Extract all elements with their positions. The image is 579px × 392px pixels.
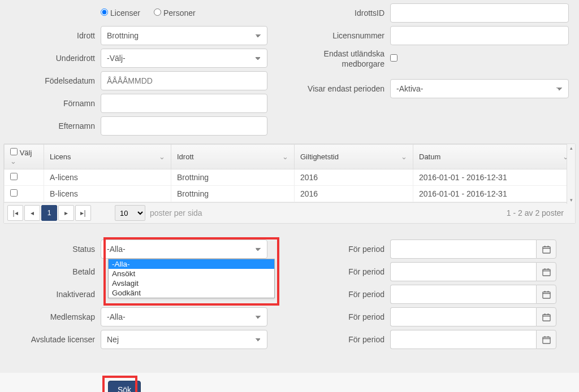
pager-info: 1 - 2 av 2 poster bbox=[507, 208, 572, 217]
svg-rect-12 bbox=[542, 314, 550, 320]
page-size-select[interactable]: 10 bbox=[115, 205, 145, 221]
underidrott-label: Underidrott bbox=[0, 54, 101, 63]
fornamn-input[interactable] bbox=[101, 94, 267, 113]
vertical-scrollbar[interactable]: ▴▾ bbox=[567, 144, 575, 204]
record-type-radio-group: Licenser Personer bbox=[101, 3, 206, 23]
visar-perioden-label: Visar endast perioden bbox=[300, 84, 390, 93]
radio-licenser[interactable]: Licenser bbox=[101, 8, 140, 18]
status-option-avslagit[interactable]: Avslagit bbox=[109, 278, 274, 288]
cell-datum: 2016-01-01 - 2016-12-31 bbox=[413, 169, 575, 186]
medlemskap-select[interactable]: -Alla- bbox=[101, 307, 267, 326]
chevron-down-icon[interactable]: ⌄ bbox=[401, 153, 407, 161]
pager-first-button[interactable]: |◂ bbox=[7, 205, 23, 221]
chevron-down-icon[interactable]: ⌄ bbox=[159, 153, 165, 161]
medlemskap-label: Medlemskap bbox=[0, 312, 101, 321]
for-period-label-5: För period bbox=[300, 335, 390, 344]
search-button[interactable]: Sök bbox=[108, 381, 141, 392]
for-period-label-2: För period bbox=[300, 267, 390, 276]
svg-rect-4 bbox=[542, 269, 550, 275]
pager-next-button[interactable]: ▸ bbox=[58, 205, 74, 221]
for-period-input-1[interactable] bbox=[390, 239, 536, 259]
for-period-label-3: För period bbox=[300, 290, 390, 299]
visar-perioden-select[interactable]: -Aktiva- bbox=[390, 79, 569, 98]
efternamn-input[interactable] bbox=[101, 116, 267, 136]
calendar-icon[interactable] bbox=[536, 285, 556, 304]
status-select[interactable]: -Alla- bbox=[101, 239, 267, 259]
select-all-checkbox[interactable] bbox=[10, 148, 18, 155]
licensnummer-label: Licensnummer bbox=[300, 31, 390, 40]
cell-datum: 2016-01-01 - 2016-12-31 bbox=[413, 186, 575, 202]
cell-licens: B-licens bbox=[44, 186, 171, 202]
row-checkbox[interactable] bbox=[10, 189, 18, 197]
svg-rect-0 bbox=[542, 246, 550, 252]
col-valj: Välj bbox=[20, 149, 32, 157]
betald-label: Betald bbox=[0, 267, 101, 276]
status-label: Status bbox=[0, 245, 101, 254]
cell-idrott: Brottning bbox=[171, 186, 295, 202]
avslutade-label: Avslutade licenser bbox=[0, 335, 101, 344]
pager-last-button[interactable]: ▸| bbox=[75, 205, 91, 221]
endast-utlandska-label: Endast utländska medborgare bbox=[300, 49, 390, 69]
chevron-down-icon[interactable]: ⌄ bbox=[10, 157, 16, 165]
idrott-select[interactable]: Brottning bbox=[101, 26, 267, 45]
for-period-input-5[interactable] bbox=[390, 330, 536, 349]
endast-utlandska-checkbox[interactable] bbox=[390, 54, 397, 62]
svg-rect-16 bbox=[542, 337, 550, 343]
calendar-icon[interactable] bbox=[536, 330, 556, 349]
results-table: Välj ⌄ Licens⌄ Idrott⌄ Giltighetstid⌄ Da… bbox=[3, 143, 576, 224]
radio-personer-label: Personer bbox=[163, 8, 196, 18]
avslutade-select[interactable]: Nej bbox=[101, 330, 267, 349]
calendar-icon[interactable] bbox=[536, 239, 556, 259]
idrottsid-label: IdrottsID bbox=[300, 8, 390, 18]
fodelsedatum-label: Födelsedatum bbox=[0, 76, 101, 85]
calendar-icon[interactable] bbox=[536, 262, 556, 281]
for-period-input-2[interactable] bbox=[390, 262, 536, 281]
inaktiverad-label: Inaktiverad bbox=[0, 290, 101, 299]
table-row: A-licens Brottning 2016 2016-01-01 - 201… bbox=[5, 169, 575, 186]
cell-giltighet: 2016 bbox=[295, 186, 413, 202]
pager-page-1[interactable]: 1 bbox=[41, 205, 57, 221]
status-option-godkant[interactable]: Godkänt bbox=[109, 288, 274, 298]
status-option-ansokt[interactable]: Ansökt bbox=[109, 269, 274, 278]
col-giltighetstid[interactable]: Giltighetstid bbox=[300, 153, 339, 161]
cell-idrott: Brottning bbox=[171, 169, 295, 186]
col-licens[interactable]: Licens bbox=[50, 153, 71, 161]
col-idrott[interactable]: Idrott bbox=[177, 153, 194, 161]
calendar-icon[interactable] bbox=[536, 307, 556, 326]
svg-rect-8 bbox=[542, 291, 550, 298]
status-dropdown-popup[interactable]: -Alla- Ansökt Avslagit Godkänt bbox=[108, 259, 275, 298]
chevron-down-icon[interactable]: ⌄ bbox=[282, 153, 288, 161]
underidrott-select[interactable]: -Välj- bbox=[101, 49, 267, 68]
cell-giltighet: 2016 bbox=[295, 169, 413, 186]
fodelsedatum-input[interactable] bbox=[101, 71, 267, 90]
poster-per-sida-label: poster per sida bbox=[150, 208, 202, 217]
for-period-label-1: För period bbox=[300, 245, 390, 254]
efternamn-label: Efternamn bbox=[0, 121, 101, 130]
radio-licenser-label: Licenser bbox=[110, 8, 140, 18]
idrottsid-input[interactable] bbox=[390, 3, 569, 23]
row-checkbox[interactable] bbox=[10, 173, 18, 180]
cell-licens: A-licens bbox=[44, 169, 171, 186]
radio-personer[interactable]: Personer bbox=[154, 8, 196, 18]
fornamn-label: Förnamn bbox=[0, 99, 101, 108]
idrott-label: Idrott bbox=[0, 31, 101, 40]
for-period-input-3[interactable] bbox=[390, 285, 536, 304]
table-row: B-licens Brottning 2016 2016-01-01 - 201… bbox=[5, 186, 575, 202]
pager-prev-button[interactable]: ◂ bbox=[24, 205, 40, 221]
status-option-alla[interactable]: -Alla- bbox=[109, 259, 274, 269]
licensnummer-input[interactable] bbox=[390, 26, 569, 45]
for-period-input-4[interactable] bbox=[390, 307, 536, 326]
for-period-label-4: För period bbox=[300, 312, 390, 321]
col-datum[interactable]: Datum bbox=[419, 153, 440, 161]
